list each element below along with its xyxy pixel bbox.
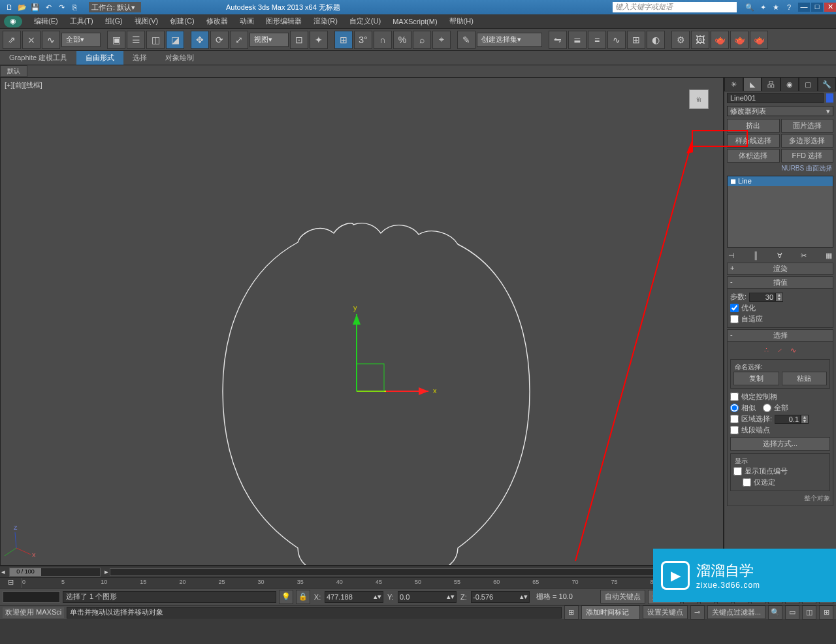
qat-open-icon[interactable]: 📂 [17, 2, 27, 12]
rollout-selection[interactable]: -选择 [727, 329, 833, 342]
steps-spinner[interactable]: ▲▼ [775, 293, 783, 302]
steps-input[interactable] [749, 293, 775, 302]
time-slider-handle[interactable]: 0 / 100 [10, 568, 41, 576]
app-menu-button[interactable]: ◉ [4, 16, 22, 27]
mod-ffdsel-button[interactable]: FFD 选择 [781, 149, 834, 163]
time-scroll-right[interactable]: ▸ [103, 568, 110, 576]
render-iter-icon[interactable]: 🫖 [750, 31, 768, 49]
spinner-snap-icon[interactable]: % [393, 31, 411, 49]
remove-mod-icon[interactable]: ✂ [801, 251, 807, 260]
mod-extrude-button[interactable]: 挤出 [727, 119, 780, 133]
menu-edit[interactable]: 编辑(E) [29, 15, 63, 27]
similar-radio[interactable]: 相似 全部 [730, 402, 830, 413]
time-scroll-left[interactable]: ◂ [0, 568, 7, 576]
render-frame-icon[interactable]: 🖼 [691, 31, 709, 49]
modifier-list-dropdown[interactable]: 修改器列表▾ [727, 106, 833, 116]
nav-region-icon[interactable]: ◫ [802, 605, 816, 620]
window-crossing-icon[interactable]: ◪ [166, 31, 184, 49]
tab-utilities-icon[interactable]: 🔧 [818, 77, 837, 91]
menu-views[interactable]: 视图(V) [129, 15, 164, 27]
material-editor-icon[interactable]: ◐ [647, 31, 665, 49]
y-coord-input[interactable]: 0.0▴▾ [398, 591, 457, 603]
object-color-swatch[interactable] [826, 93, 833, 103]
menu-modifiers[interactable]: 修改器 [201, 15, 233, 27]
curve-editor-icon[interactable]: ∿ [607, 31, 626, 49]
nurbs-surface-link[interactable]: NURBS 曲面选择 [724, 164, 836, 173]
adaptive-checkbox[interactable]: 自适应 [730, 314, 830, 325]
mod-polysel-button[interactable]: 多边形选择 [781, 134, 834, 148]
x-coord-input[interactable]: 477.188▴▾ [325, 591, 383, 603]
qat-link-icon[interactable]: ⎘ [69, 2, 80, 12]
spline-level-icon[interactable]: ∿ [790, 346, 796, 354]
time-config-icon[interactable]: ⊞ [564, 605, 579, 620]
menu-maxscript[interactable]: MAXScript(M) [387, 16, 442, 27]
qat-save-icon[interactable]: 💾 [30, 2, 40, 12]
rollout-interp[interactable]: -插值 [727, 276, 833, 289]
search-icon[interactable]: 🔍 [745, 2, 755, 12]
refcoord-dropdown[interactable]: 视图 ▾ [249, 33, 289, 47]
mirror-icon[interactable]: ⇋ [549, 31, 567, 49]
link-icon[interactable]: ⇗ [3, 31, 21, 49]
set-key-button[interactable]: 设置关键点 [643, 605, 688, 619]
segment-end-checkbox[interactable]: 线段端点 [730, 425, 830, 436]
ribbon-tab-selection[interactable]: 选择 [123, 51, 156, 65]
named-sets-edit-icon[interactable]: ✎ [457, 31, 475, 49]
only-selected-checkbox[interactable]: 仅选定 [733, 477, 827, 488]
mod-volsel-button[interactable]: 体积选择 [727, 149, 780, 163]
snap-toggle-icon[interactable]: ⌕ [413, 31, 431, 49]
render-setup-icon[interactable]: ⚙ [671, 31, 690, 49]
angle-snap-icon[interactable]: 3° [354, 31, 372, 49]
unique-icon[interactable]: ∀ [777, 251, 782, 260]
ribbon-tab-paint[interactable]: 对象绘制 [156, 51, 203, 65]
qat-new-icon[interactable]: 🗋 [4, 2, 14, 12]
menu-rendering[interactable]: 渲染(R) [308, 15, 343, 27]
nav-fov-icon[interactable]: ▭ [785, 605, 799, 620]
show-vertnum-checkbox[interactable]: 显示顶点编号 [733, 466, 827, 477]
layers-icon[interactable]: ≡ [588, 31, 606, 49]
isolate-icon[interactable]: 🔒 [296, 590, 310, 604]
qat-undo-icon[interactable]: ↶ [43, 2, 54, 12]
select-icon[interactable]: ▣ [107, 31, 125, 49]
align-icon[interactable]: ≣ [568, 31, 587, 49]
unlink-icon[interactable]: ⤫ [22, 31, 40, 49]
rotate-icon[interactable]: ⟳ [210, 31, 229, 49]
autokey-button[interactable]: 自动关键点 [600, 590, 645, 604]
workspace-dropdown[interactable]: 工作台: 默认 ▾ [89, 2, 141, 12]
object-name-input[interactable] [727, 93, 824, 103]
tab-motion-icon[interactable]: ◉ [780, 77, 799, 91]
paste-sel-button[interactable]: 粘贴 [782, 372, 828, 385]
named-selection-dropdown[interactable]: 创建选择集 ▾ [477, 33, 542, 47]
ribbon-tab-freeform[interactable]: 自由形式 [76, 51, 123, 65]
tab-display-icon[interactable]: ▢ [799, 77, 818, 91]
help-icon[interactable]: ? [784, 2, 794, 12]
menu-help[interactable]: 帮助(H) [444, 15, 479, 27]
menu-animation[interactable]: 动画 [234, 15, 259, 27]
select-name-icon[interactable]: ☰ [127, 31, 145, 49]
menu-grapheditors[interactable]: 图形编辑器 [261, 15, 307, 27]
rollout-render[interactable]: +渲染 [727, 263, 833, 275]
mini-listener[interactable] [3, 591, 60, 603]
segment-level-icon[interactable]: ⟋ [776, 346, 783, 354]
viewport-front[interactable]: [+][前][线框] 前 x y z x [0, 77, 724, 566]
z-coord-input[interactable]: -0.576▴▾ [471, 591, 530, 603]
ribbon-tab-graphite[interactable]: Graphite 建模工具 [0, 51, 76, 65]
snap-options-icon[interactable]: ⌖ [432, 31, 451, 49]
nav-maxtoggle-icon[interactable]: ⊞ [819, 605, 833, 620]
area-select-checkbox[interactable]: 区域选择: ▲▼ [730, 413, 830, 425]
modifier-stack[interactable]: ◼ Line [727, 176, 833, 248]
close-button[interactable]: ✕ [824, 3, 836, 12]
configure-sets-icon[interactable]: ▦ [826, 251, 832, 260]
percent-snap-icon[interactable]: ∩ [374, 31, 392, 49]
mod-splinesel-button[interactable]: 样条线选择 [727, 134, 780, 148]
menu-group[interactable]: 组(G) [100, 15, 128, 27]
optimize-checkbox[interactable]: 优化 [730, 302, 830, 314]
ribbon-panel-default[interactable]: 默认 [0, 65, 27, 77]
show-end-icon[interactable]: ║ [754, 251, 759, 260]
render-prod-icon[interactable]: 🫖 [730, 31, 748, 49]
menu-create[interactable]: 创建(C) [165, 15, 199, 27]
minimize-button[interactable]: — [798, 3, 810, 12]
select-by-button[interactable]: 选择方式... [730, 437, 830, 451]
exchange-icon[interactable]: ✦ [758, 2, 768, 12]
snap-icon[interactable]: ⊞ [334, 31, 353, 49]
mod-patchsel-button[interactable]: 面片选择 [781, 119, 834, 133]
